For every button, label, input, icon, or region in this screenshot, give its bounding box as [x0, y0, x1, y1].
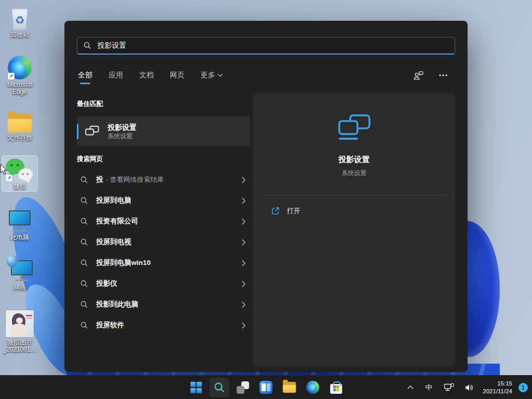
search-icon — [83, 41, 91, 50]
wechat-icon: ↗ — [6, 157, 34, 181]
search-input[interactable] — [97, 42, 449, 50]
preview-subtitle: 系统设置 — [342, 169, 367, 178]
result-preview-pane: 投影设置 系统设置 打开 — [253, 94, 455, 366]
network-icon — [6, 258, 34, 282]
open-action[interactable]: 打开 — [268, 204, 303, 218]
ime-label: 中 — [424, 383, 433, 392]
search-button[interactable] — [210, 378, 229, 397]
chevron-right-icon — [242, 239, 246, 246]
tab-web[interactable]: 网页 — [170, 71, 184, 84]
speaker-icon — [464, 383, 474, 392]
image-thumbnail — [6, 309, 34, 337]
web-suggestion-row[interactable]: 投影到此电脑 — [77, 294, 250, 315]
best-match-result[interactable]: 投影设置 系统设置 — [77, 116, 250, 146]
desktop-icon-label: 此电脑 — [10, 234, 29, 241]
edge-icon — [307, 381, 320, 394]
search-icon — [80, 217, 88, 225]
notification-badge[interactable]: 1 — [518, 383, 528, 392]
chevron-right-icon — [242, 322, 246, 329]
preview-title: 投影设置 — [339, 155, 370, 165]
search-icon — [80, 238, 88, 246]
label-line2: _2021091… — [3, 346, 36, 353]
start-button[interactable] — [187, 378, 206, 397]
system-tray: 中 15:15 2021/11/24 1 — [405, 376, 528, 399]
web-suggestion-row[interactable]: 投资有限公司 — [77, 211, 250, 232]
widgets-button[interactable] — [257, 378, 276, 397]
suggestion-text: 投屏到电脑 — [96, 196, 131, 205]
web-suggestion-row[interactable]: 投屏到电视 — [77, 232, 250, 252]
recycle-bin-icon: ♻ — [11, 6, 28, 30]
network-tray-button[interactable] — [442, 381, 456, 394]
file-explorer-button[interactable] — [280, 378, 299, 397]
store-button[interactable] — [327, 378, 346, 397]
suggestion-text: 投屏软件 — [96, 321, 124, 330]
web-suggestion-row[interactable]: 投 - 查看网络搜索结果 — [77, 169, 250, 190]
label-line1: 微信图片 — [7, 339, 32, 346]
task-view-icon — [236, 381, 249, 394]
taskbar-clock[interactable]: 15:15 2021/11/24 — [483, 380, 512, 395]
task-view-button[interactable] — [233, 378, 252, 397]
search-icon — [80, 176, 88, 184]
search-icon — [214, 381, 225, 393]
suggestion-text: 投影到此电脑 — [96, 300, 138, 309]
desktop-icon-edge[interactable]: ↗ Microsoft Edge — [2, 54, 37, 97]
desktop-icon-wechat-image[interactable]: 微信图片 _2021091… — [2, 308, 37, 354]
clock-date: 2021/11/24 — [483, 388, 512, 395]
search-flyout-panel: 全部 应用 文档 网页 更多 最佳匹配 — [64, 21, 468, 372]
open-external-icon — [271, 206, 280, 216]
taskbar: 中 15:15 2021/11/24 1 — [0, 375, 532, 399]
suggestion-text: 投屏到电视 — [96, 237, 131, 247]
best-match-texts: 投影设置 系统设置 — [108, 123, 137, 140]
suggestion-text: 投 — [96, 175, 103, 184]
more-options-button[interactable] — [436, 69, 450, 82]
suggestion-text: 投影仪 — [96, 279, 117, 288]
chevron-right-icon — [242, 281, 246, 287]
tab-more[interactable]: 更多 — [201, 71, 223, 84]
desktop-icon-label: 微信图片 _2021091… — [3, 339, 36, 353]
search-icon — [80, 280, 88, 288]
folder-icon — [8, 109, 32, 132]
desktop-icon-recycle-bin[interactable]: ♻ 回收站 — [2, 4, 37, 39]
desktop-icon-this-pc[interactable]: 此电脑 — [2, 207, 37, 242]
desktop-icon-folder[interactable]: 文件存放 — [2, 107, 37, 142]
best-match-header: 最佳匹配 — [77, 100, 103, 109]
web-suggestion-row[interactable]: 投屏到电脑win10 — [77, 252, 250, 273]
projection-settings-icon — [85, 126, 99, 137]
tray-overflow-button[interactable] — [405, 383, 416, 391]
ellipsis-icon — [439, 74, 447, 76]
edge-icon: ↗ — [8, 56, 32, 79]
chevron-up-icon — [407, 385, 414, 389]
web-suggestion-row[interactable]: 投屏软件 — [77, 315, 250, 336]
tab-label: 全部 — [78, 71, 92, 80]
desktop-icon-network[interactable]: 网络 — [2, 257, 37, 292]
microsoft-store-icon — [330, 384, 342, 394]
mouse-cursor — [0, 164, 8, 175]
tab-all[interactable]: 全部 — [78, 71, 92, 84]
ime-indicator[interactable]: 中 — [422, 381, 435, 394]
volume-tray-button[interactable] — [462, 381, 476, 394]
desktop-icon-label: 回收站 — [10, 31, 29, 38]
edge-button[interactable] — [303, 378, 323, 397]
best-match-subtitle: 系统设置 — [108, 132, 137, 140]
open-label: 打开 — [287, 206, 300, 216]
tab-label: 更多 — [201, 71, 215, 80]
tab-label: 应用 — [109, 71, 123, 80]
clock-time: 15:15 — [483, 380, 512, 388]
shortcut-arrow-icon: ↗ — [8, 73, 15, 79]
account-options-button[interactable] — [411, 69, 425, 82]
web-suggestion-row[interactable]: 投影仪 — [77, 273, 250, 294]
tab-label: 文档 — [139, 71, 154, 80]
windows-logo-icon — [190, 382, 202, 393]
search-box[interactable] — [77, 37, 455, 55]
suggestion-text: 投资有限公司 — [96, 217, 138, 226]
projection-settings-icon-large — [337, 114, 371, 141]
tab-documents[interactable]: 文档 — [139, 71, 154, 84]
search-icon — [80, 259, 88, 267]
preview-divider — [261, 195, 447, 196]
chevron-right-icon — [242, 177, 246, 183]
chevron-right-icon — [242, 218, 246, 225]
web-suggestion-row[interactable]: 投屏到电脑 — [77, 190, 250, 211]
desktop-icon-label: Microsoft Edge — [2, 81, 37, 96]
suggestion-secondary-text: - 查看网络搜索结果 — [106, 175, 164, 184]
tab-apps[interactable]: 应用 — [109, 71, 123, 84]
